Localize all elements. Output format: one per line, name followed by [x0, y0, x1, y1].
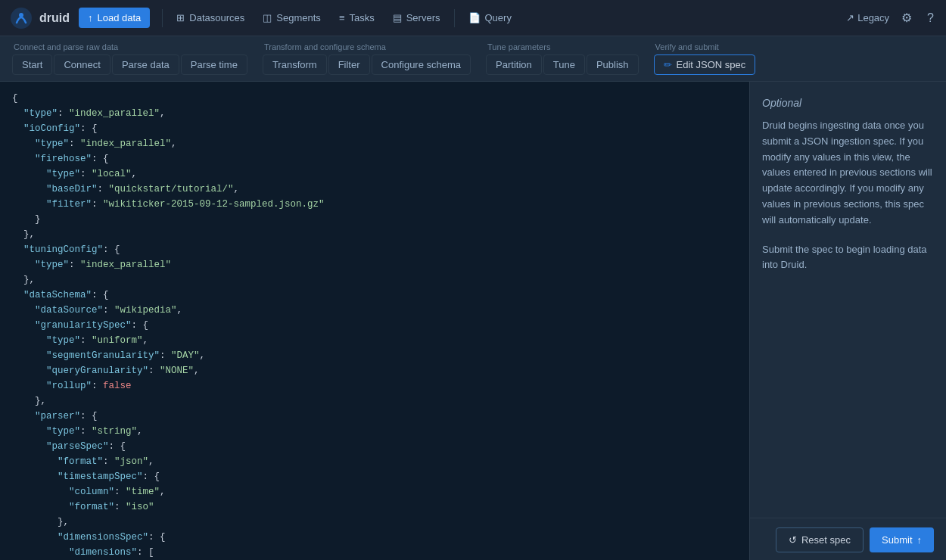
- panel-desc-2: Submit the spec to begin loading data in…: [762, 242, 934, 274]
- code-line: "tuningConfig": {: [0, 242, 749, 257]
- code-line: },: [0, 515, 749, 530]
- code-line: "type": "string",: [0, 424, 749, 439]
- druid-logo-icon: [9, 6, 33, 30]
- step-group-4-label: Verify and submit: [654, 42, 756, 51]
- code-line: "baseDir": "quickstart/tutorial/",: [0, 182, 749, 197]
- server-icon: ▤: [393, 12, 402, 23]
- help-button[interactable]: ?: [924, 8, 937, 28]
- nav-tasks[interactable]: ≡ Tasks: [331, 8, 382, 28]
- right-panel: Optional Druid begins ingesting data onc…: [749, 82, 946, 560]
- submit-button[interactable]: Submit ↑: [870, 527, 934, 552]
- optional-label: Optional: [762, 97, 934, 109]
- tab-partition[interactable]: Partition: [486, 54, 542, 75]
- right-panel-content: Optional Druid begins ingesting data onc…: [750, 82, 946, 518]
- code-line: "dataSource": "wikipedia",: [0, 303, 749, 318]
- step-group-3: Tune parameters Partition Tune Publish: [486, 42, 639, 75]
- reset-icon: ↺: [789, 534, 797, 546]
- code-line: "dimensionsSpec": {: [0, 530, 749, 545]
- code-line: "type": "index_parallel",: [0, 136, 749, 151]
- tab-transform[interactable]: Transform: [263, 54, 327, 75]
- code-line: "column": "time",: [0, 484, 749, 499]
- tab-edit-json-spec[interactable]: ✏ Edit JSON spec: [654, 54, 756, 75]
- step-group-3-label: Tune parameters: [486, 42, 639, 51]
- step-group-1-tabs: Start Connect Parse data Parse time: [12, 54, 247, 75]
- nav-query[interactable]: 📄 Query: [461, 8, 519, 28]
- step-group-3-tabs: Partition Tune Publish: [486, 54, 639, 75]
- steps-bar: Connect and parse raw data Start Connect…: [0, 36, 946, 82]
- code-line: "format": "json",: [0, 454, 749, 469]
- tab-filter[interactable]: Filter: [328, 54, 370, 75]
- external-link-icon: ↗: [846, 12, 854, 23]
- reset-spec-button[interactable]: ↺ Reset spec: [776, 527, 864, 552]
- nav-divider-1: [162, 9, 163, 27]
- code-line: "type": "index_parallel",: [0, 106, 749, 121]
- code-line: "queryGranularity": "NONE",: [0, 363, 749, 378]
- code-line: "format": "iso": [0, 499, 749, 515]
- step-group-1-label: Connect and parse raw data: [12, 42, 247, 51]
- svg-point-1: [19, 13, 23, 17]
- tab-configure-schema[interactable]: Configure schema: [372, 54, 471, 75]
- tab-connect[interactable]: Connect: [54, 54, 110, 75]
- step-group-4-tabs: ✏ Edit JSON spec: [654, 54, 756, 75]
- step-group-2-tabs: Transform Filter Configure schema: [263, 54, 471, 75]
- code-line: "rollup": false: [0, 378, 749, 394]
- code-line: "granularitySpec": {: [0, 318, 749, 333]
- layers-icon: ◫: [263, 12, 272, 23]
- legacy-link[interactable]: ↗ Legacy: [846, 12, 889, 23]
- step-group-2: Transform and configure schema Transform…: [263, 42, 471, 75]
- load-data-label: Load data: [98, 12, 142, 23]
- code-line: "ioConfig": {: [0, 121, 749, 136]
- logo-text: druid: [39, 11, 70, 25]
- top-nav: druid ↑ Load data ⊞ Datasources ◫ Segmen…: [0, 0, 946, 36]
- right-panel-footer: ↺ Reset spec Submit ↑: [750, 518, 946, 560]
- upload-icon: ↑: [88, 12, 93, 23]
- doc-icon: 📄: [468, 12, 481, 23]
- logo-area: druid: [9, 6, 70, 30]
- code-line: "filter": "wikiticker-2015-09-12-sampled…: [0, 197, 749, 212]
- code-line: },: [0, 272, 749, 288]
- code-line: "type": "index_parallel": [0, 257, 749, 272]
- submit-label: Submit: [882, 534, 912, 546]
- tab-publish[interactable]: Publish: [587, 54, 639, 75]
- code-line: "timestampSpec": {: [0, 469, 749, 484]
- step-group-2-label: Transform and configure schema: [263, 42, 471, 51]
- settings-button[interactable]: ⚙: [898, 8, 915, 28]
- step-group-1: Connect and parse raw data Start Connect…: [12, 42, 247, 75]
- panel-desc-1: Druid begins ingesting data once you sub…: [762, 118, 934, 229]
- tab-start[interactable]: Start: [12, 54, 52, 75]
- nav-right: ↗ Legacy ⚙ ?: [846, 8, 937, 28]
- list-icon: ≡: [339, 12, 345, 23]
- nav-datasources[interactable]: ⊞ Datasources: [169, 8, 252, 28]
- code-line: "dimensions": [: [0, 545, 749, 560]
- nav-segments[interactable]: ◫ Segments: [255, 8, 328, 28]
- code-editor[interactable]: { "type": "index_parallel", "ioConfig": …: [0, 82, 749, 560]
- submit-icon: ↑: [917, 534, 923, 546]
- code-line: "firehose": {: [0, 151, 749, 166]
- step-group-4: Verify and submit ✏ Edit JSON spec: [654, 42, 756, 75]
- code-line: }: [0, 212, 749, 227]
- code-line: {: [0, 91, 749, 106]
- load-data-button[interactable]: ↑ Load data: [79, 8, 150, 28]
- tab-parse-data[interactable]: Parse data: [112, 54, 179, 75]
- tab-tune[interactable]: Tune: [543, 54, 585, 75]
- code-line: "parser": {: [0, 409, 749, 424]
- code-line: "parseSpec": {: [0, 439, 749, 454]
- edit-icon: ✏: [664, 59, 672, 70]
- code-line: },: [0, 394, 749, 409]
- code-line: "type": "uniform",: [0, 333, 749, 348]
- edit-json-label: Edit JSON spec: [677, 59, 746, 70]
- code-line: },: [0, 227, 749, 242]
- code-line: "type": "local",: [0, 166, 749, 182]
- grid-icon: ⊞: [176, 12, 185, 23]
- reset-label: Reset spec: [801, 534, 851, 546]
- code-line: "segmentGranularity": "DAY",: [0, 348, 749, 363]
- tab-parse-time[interactable]: Parse time: [181, 54, 247, 75]
- nav-divider-2: [454, 9, 455, 27]
- code-line: "dataSchema": {: [0, 288, 749, 303]
- main-area: { "type": "index_parallel", "ioConfig": …: [0, 82, 946, 560]
- nav-servers[interactable]: ▤ Servers: [385, 8, 448, 28]
